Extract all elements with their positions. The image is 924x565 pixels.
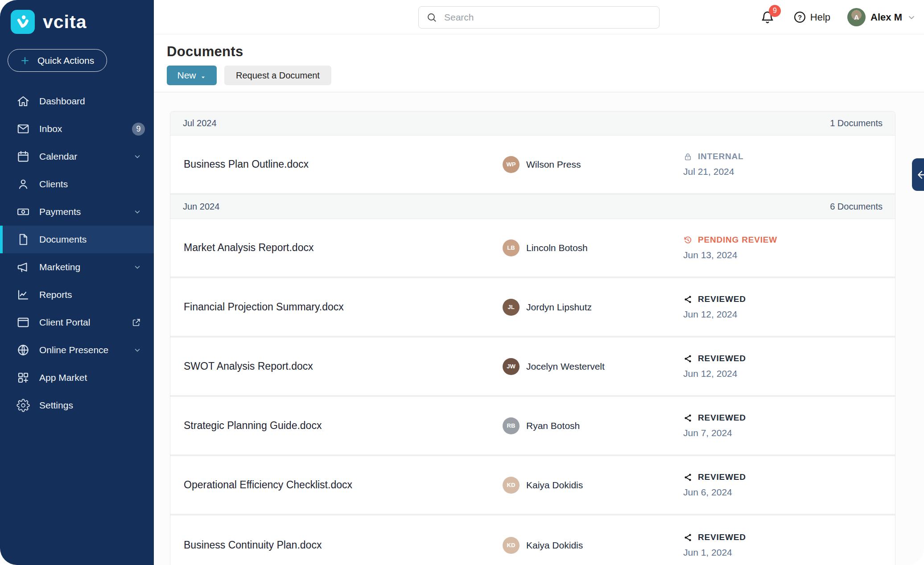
sidebar-item-reports[interactable]: Reports — [0, 281, 154, 309]
sidebar: vcita Quick Actions DashboardInbox9Calen… — [0, 0, 154, 565]
sidebar-item-label: App Market — [39, 372, 87, 383]
document-status: REVIEWEDJun 7, 2024 — [683, 413, 746, 438]
notification-badge: 9 — [769, 5, 781, 17]
document-row[interactable]: Business Plan Outline.docxWPWilson Press… — [170, 136, 895, 195]
sidebar-item-clients[interactable]: Clients — [0, 170, 154, 198]
help-label: Help — [810, 12, 830, 23]
document-row[interactable]: Financial Projection Summary.docxJLJordy… — [170, 278, 895, 338]
share-icon — [683, 354, 693, 363]
chevron-down-icon — [133, 263, 141, 271]
user-avatar: A — [847, 8, 866, 26]
request-document-button[interactable]: Request a Document — [224, 66, 331, 85]
share-icon — [683, 473, 693, 482]
quick-actions-button[interactable]: Quick Actions — [8, 49, 107, 72]
document-status: REVIEWEDJun 12, 2024 — [683, 294, 746, 320]
owner-avatar: LB — [503, 239, 520, 256]
group-month-label: Jul 2024 — [183, 118, 217, 128]
sidebar-item-label: Clients — [39, 179, 68, 190]
svg-text:?: ? — [798, 13, 802, 21]
chart-icon — [16, 288, 30, 301]
sidebar-item-marketing[interactable]: Marketing — [0, 253, 154, 281]
document-row[interactable]: Strategic Planning Guide.docxRBRyan Boto… — [170, 397, 895, 456]
status-label: REVIEWED — [698, 413, 746, 423]
chevron-down-icon — [907, 13, 916, 22]
sidebar-item-app-market[interactable]: App Market — [0, 364, 154, 392]
document-status: PENDING REVIEWJun 13, 2024 — [683, 235, 777, 260]
help-icon: ? — [793, 11, 806, 24]
sidebar-item-payments[interactable]: Payments — [0, 198, 154, 226]
status-line: REVIEWED — [683, 354, 746, 363]
document-row[interactable]: Business Continuity Plan.docxKDKaiya Dok… — [170, 516, 895, 565]
document-name: Strategic Planning Guide.docx — [170, 420, 503, 432]
unread-count-badge: 9 — [132, 123, 145, 136]
share-icon — [683, 533, 693, 542]
owner-avatar: RB — [503, 417, 520, 434]
search-input[interactable] — [437, 7, 659, 28]
arrow-left-icon — [916, 169, 924, 181]
history-icon — [683, 235, 693, 245]
home-icon — [16, 95, 30, 108]
sidebar-item-documents[interactable]: Documents — [0, 226, 154, 253]
status-date: Jul 21, 2024 — [683, 166, 743, 177]
notifications-button[interactable]: 9 — [760, 10, 775, 25]
status-label: REVIEWED — [698, 532, 746, 542]
user-name: Alex M — [870, 12, 902, 23]
status-date: Jun 6, 2024 — [683, 487, 746, 498]
documents-card: Jul 20241 DocumentsBusiness Plan Outline… — [170, 111, 895, 565]
globe-icon — [16, 343, 30, 357]
banknote-icon — [16, 205, 30, 219]
document-row[interactable]: Operational Efficiency Checklist.docxKDK… — [170, 456, 895, 516]
document-owner: JLJordyn Lipshutz — [503, 299, 683, 316]
user-menu[interactable]: A Alex M — [847, 8, 916, 26]
sidebar-item-label: Online Presence — [39, 345, 108, 355]
help-button[interactable]: ? Help — [793, 11, 830, 24]
group-document-count: 1 Documents — [830, 118, 883, 128]
quick-actions-label: Quick Actions — [37, 55, 94, 66]
chevron-down-icon — [133, 208, 141, 216]
sidebar-item-calendar[interactable]: Calendar — [0, 143, 154, 170]
sidebar-item-label: Reports — [39, 289, 72, 300]
sidebar-item-label: Settings — [39, 400, 73, 411]
sidebar-item-label: Payments — [39, 206, 81, 217]
sidebar-item-inbox[interactable]: Inbox9 — [0, 115, 154, 143]
page-title: Documents — [167, 44, 243, 60]
document-status: REVIEWEDJun 6, 2024 — [683, 472, 746, 498]
page-header: Documents New Request a Document — [154, 34, 924, 92]
app-window: vcita Quick Actions DashboardInbox9Calen… — [0, 0, 924, 565]
sidebar-item-dashboard[interactable]: Dashboard — [0, 87, 154, 115]
sidebar-item-client-portal[interactable]: Client Portal — [0, 309, 154, 336]
share-icon — [683, 295, 693, 304]
document-status: INTERNALJul 21, 2024 — [683, 152, 743, 177]
new-document-button[interactable]: New — [167, 66, 217, 85]
group-month-label: Jun 2024 — [183, 202, 219, 212]
vcita-logo-icon — [11, 10, 35, 34]
chevron-down-icon — [133, 153, 141, 161]
status-line: REVIEWED — [683, 413, 746, 423]
owner-name: Lincoln Botosh — [526, 243, 588, 253]
sidebar-item-settings[interactable]: Settings — [0, 392, 154, 419]
document-owner: RBRyan Botosh — [503, 417, 683, 434]
brand-name: vcita — [43, 12, 87, 33]
sidebar-item-label: Calendar — [39, 151, 77, 162]
status-line: PENDING REVIEW — [683, 235, 777, 245]
group-document-count: 6 Documents — [830, 202, 883, 212]
document-row[interactable]: Market Analysis Report.docxLBLincoln Bot… — [170, 219, 895, 278]
sidebar-item-label: Documents — [39, 234, 87, 245]
external-link-icon — [132, 318, 141, 327]
document-row[interactable]: SWOT Analysis Report.docxJWJocelyn Weste… — [170, 338, 895, 397]
status-label: PENDING REVIEW — [698, 235, 777, 245]
browser-icon — [16, 316, 30, 329]
owner-avatar: WP — [503, 156, 520, 173]
envelope-icon — [16, 122, 30, 136]
document-owner: LBLincoln Botosh — [503, 239, 683, 256]
status-date: Jun 12, 2024 — [683, 309, 746, 320]
status-label: REVIEWED — [698, 294, 746, 304]
owner-avatar: KD — [503, 477, 520, 494]
sidebar-item-online-presence[interactable]: Online Presence — [0, 336, 154, 364]
owner-name: Wilson Press — [526, 159, 581, 170]
document-status: REVIEWEDJun 12, 2024 — [683, 354, 746, 379]
gear-icon — [16, 399, 30, 412]
side-panel-toggle[interactable] — [912, 158, 924, 191]
main-area: 9 ? Help A Alex M Documents New Request … — [154, 0, 924, 565]
documents-list-area: Jul 20241 DocumentsBusiness Plan Outline… — [154, 93, 924, 565]
